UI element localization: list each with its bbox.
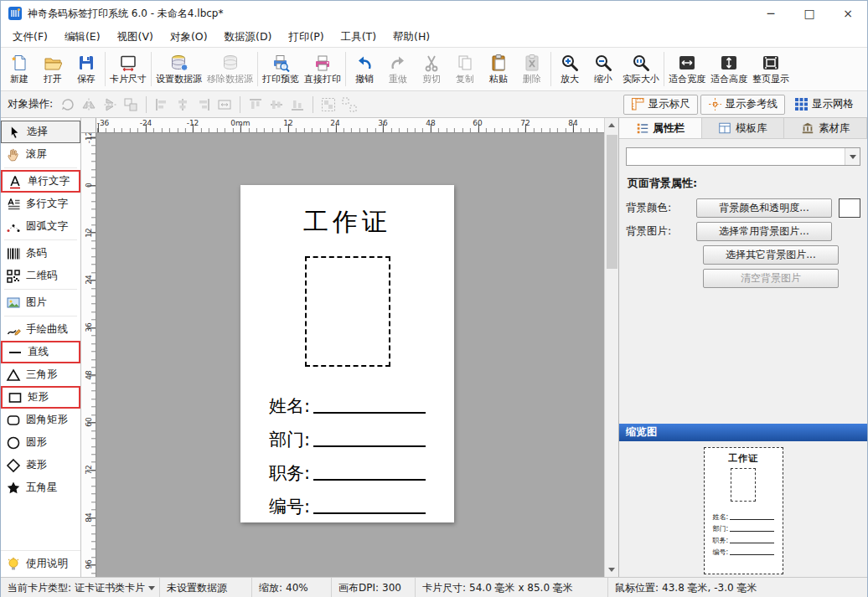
minimize-button[interactable]: ─ [752, 1, 790, 26]
card-size-button[interactable]: 卡片尺寸 [107, 49, 149, 90]
ruler-label: 0mm [230, 119, 250, 127]
field-row[interactable]: 姓名: [269, 384, 426, 418]
tool-star[interactable]: 五角星 [1, 476, 80, 499]
tool-freehand-curve[interactable]: 手绘曲线 [1, 318, 80, 341]
bg-color-button[interactable]: 背景颜色和透明度... [696, 198, 832, 218]
toolbar-separator [105, 52, 106, 86]
design-canvas[interactable]: 工作证 姓名: 部门: 职务: [96, 133, 604, 577]
show-ruler-toggle[interactable]: 显示标尺 [623, 95, 698, 115]
menu-help[interactable]: 帮助(H) [385, 27, 438, 47]
open-button[interactable]: 打开 [36, 49, 70, 90]
tab-properties[interactable]: 属性栏 [619, 118, 702, 138]
tool-circle[interactable]: 圆形 [1, 431, 80, 454]
close-button[interactable]: × [829, 1, 867, 26]
object-select-dropdown[interactable] [626, 147, 860, 166]
field-label: 编号: [269, 495, 310, 518]
canvas-area: -36 -24 -12 0mm 12 24 36 48 60 72 84 -12… [81, 118, 618, 577]
tool-rectangle[interactable]: 矩形 [1, 386, 80, 409]
tab-label: 属性栏 [654, 121, 685, 136]
single-line-text-icon [7, 174, 23, 189]
tab-materials[interactable]: 素材库 [784, 118, 867, 138]
hand-icon [5, 147, 22, 162]
tool-rounded-rectangle[interactable]: 圆角矩形 [1, 409, 80, 431]
thumbnail-field-label: 编号: [713, 548, 729, 557]
show-guides-toggle[interactable]: 显示参考线 [700, 95, 786, 115]
photo-placeholder[interactable] [305, 256, 390, 367]
ruler-label: -24 [140, 119, 152, 127]
tool-triangle[interactable]: 三角形 [1, 363, 80, 386]
help-label: 使用说明 [26, 557, 68, 571]
align-top-icon [246, 95, 265, 114]
tool-diamond[interactable]: 菱形 [1, 454, 80, 476]
freehand-icon [5, 322, 22, 337]
tool-line[interactable]: 直线 [1, 341, 80, 363]
tool-qrcode[interactable]: 二维码 [1, 265, 80, 287]
datasource-status: 未设置数据源 [160, 578, 252, 597]
bg-image-row: 背景图片: 选择常用背景图片... [626, 222, 860, 241]
button-label: 放大 [561, 73, 579, 85]
toolbar-separator [345, 52, 346, 86]
set-datasource-icon [170, 54, 189, 72]
menu-object[interactable]: 对象(O) [162, 27, 216, 47]
card-size-icon [119, 54, 137, 72]
tool-palette: 选择 滚屏 单行文字 多行文字 圆弧文字 条码 [1, 118, 81, 577]
chevron-down-icon [148, 586, 155, 590]
set-datasource-button[interactable]: 设置数据源 [153, 49, 204, 90]
tool-scroll[interactable]: 滚屏 [1, 143, 80, 166]
direct-print-button[interactable]: 直接打印 [302, 49, 344, 90]
save-button[interactable]: 保存 [70, 49, 103, 90]
palette-divider [4, 239, 77, 240]
print-preview-button[interactable]: 打印预览 [260, 49, 302, 90]
field-row[interactable]: 编号: [269, 485, 426, 518]
scroll-up-button[interactable] [605, 118, 619, 132]
tool-select[interactable]: 选择 [1, 121, 80, 143]
materials-tab-icon [801, 121, 814, 135]
fit-width-button[interactable]: 适合宽度 [666, 49, 708, 90]
qrcode-icon [5, 269, 22, 284]
actual-size-button[interactable]: 实际大小 [620, 49, 662, 90]
ruler-label: 72 [520, 119, 530, 127]
field-row[interactable]: 职务: [269, 451, 426, 485]
help-button[interactable]: 使用说明 [1, 550, 80, 577]
undo-button[interactable]: 撤销 [348, 49, 381, 90]
paste-button[interactable]: 粘贴 [482, 49, 515, 90]
ruler-label: 60 [473, 119, 482, 127]
card-type-dropdown[interactable]: 当前卡片类型: 证卡证书类卡片 [1, 578, 160, 597]
menu-view[interactable]: 视图(V) [109, 27, 162, 47]
bg-color-swatch[interactable] [839, 198, 860, 218]
fit-height-button[interactable]: 适合高度 [708, 49, 750, 90]
tool-barcode[interactable]: 条码 [1, 242, 80, 265]
label-card[interactable]: 工作证 姓名: 部门: 职务: [240, 185, 454, 522]
menu-file[interactable]: 文件(F) [4, 27, 56, 47]
choose-common-bg-button[interactable]: 选择常用背景图片... [696, 222, 832, 241]
scroll-down-button[interactable] [605, 563, 619, 577]
card-title-text[interactable]: 工作证 [240, 205, 454, 239]
menu-datasource[interactable]: 数据源(D) [216, 27, 281, 47]
maximize-button[interactable]: □ [790, 1, 829, 26]
tool-arc-text[interactable]: 圆弧文字 [1, 215, 80, 238]
menu-print[interactable]: 打印(P) [280, 27, 332, 47]
choose-other-bg-button[interactable]: 选择其它背景图片... [703, 245, 839, 265]
vertical-scrollbar[interactable] [604, 118, 618, 577]
card-type-label: 当前卡片类型: [8, 581, 71, 595]
paste-icon [489, 54, 508, 72]
zoom-out-button[interactable]: 缩小 [586, 49, 620, 90]
thumbnail-field-label: 姓名: [713, 512, 729, 522]
tool-single-line-text[interactable]: 单行文字 [1, 170, 80, 193]
tab-templates[interactable]: 模板库 [702, 118, 785, 138]
field-label: 部门: [269, 428, 310, 451]
tool-image[interactable]: 图片 [1, 291, 80, 314]
ruler-label: 12 [81, 225, 96, 240]
tab-label: 素材库 [819, 121, 850, 136]
new-button[interactable]: 新建 [3, 49, 36, 90]
menu-edit[interactable]: 编辑(E) [56, 27, 109, 47]
scrollbar-thumb[interactable] [607, 135, 617, 269]
dropdown-arrow-button[interactable] [845, 148, 860, 165]
show-grid-toggle[interactable]: 显示网格 [788, 95, 860, 115]
thumbnail-header: 缩览图 [619, 424, 867, 441]
menu-tools[interactable]: 工具(T) [333, 27, 385, 47]
whole-page-button[interactable]: 整页显示 [750, 49, 792, 90]
tool-multi-line-text[interactable]: 多行文字 [1, 193, 80, 215]
zoom-in-button[interactable]: 放大 [553, 49, 586, 90]
field-row[interactable]: 部门: [269, 418, 426, 451]
